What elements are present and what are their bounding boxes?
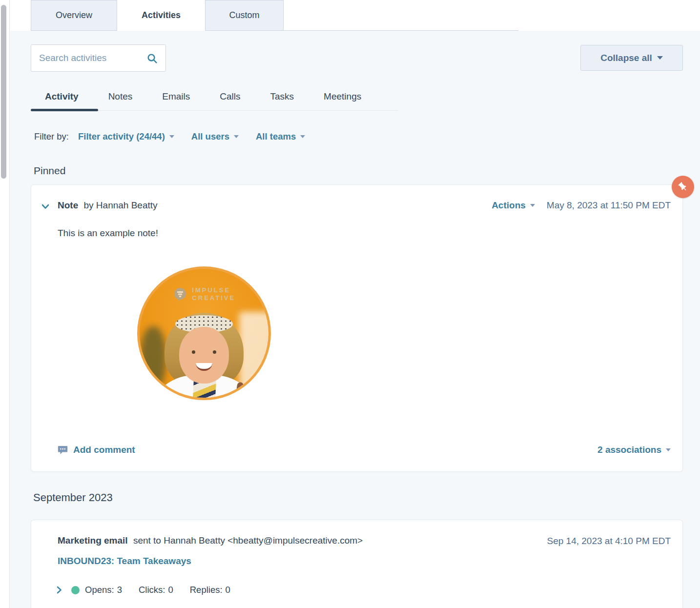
activity-filter-dropdown[interactable]: Filter activity (24/44) — [78, 131, 174, 142]
pinned-heading: Pinned — [34, 165, 65, 177]
collapse-note-chevron-icon[interactable] — [41, 204, 49, 209]
scrollbar-track[interactable] — [0, 0, 10, 608]
photo-person-face — [179, 327, 229, 384]
users-filter-label: All users — [191, 131, 229, 142]
expand-stats-chevron-icon[interactable] — [57, 586, 62, 594]
actions-dropdown[interactable]: Actions — [492, 200, 535, 211]
impulse-logo-icon — [173, 287, 187, 302]
tab-emails[interactable]: Emails — [162, 91, 190, 102]
email-timestamp: Sep 14, 2023 at 4:10 PM EDT — [547, 536, 671, 547]
note-title-row: Note by Hannah Beatty — [58, 200, 158, 211]
note-attachment-photo[interactable]: IMPULSE CREATIVE — [137, 266, 271, 400]
activity-filter-label: Filter activity (24/44) — [78, 131, 165, 142]
actions-label: Actions — [492, 200, 526, 211]
pushpin-icon — [675, 179, 690, 194]
filter-by-label: Filter by: — [34, 131, 69, 142]
tab-overview-label: Overview — [56, 10, 92, 20]
note-header-right: Actions May 8, 2023 at 11:50 PM EDT — [492, 200, 671, 211]
filter-bar: Filter by: Filter activity (24/44) All u… — [34, 131, 322, 142]
tab-meetings[interactable]: Meetings — [324, 91, 361, 102]
tab-overview[interactable]: Overview — [31, 0, 117, 31]
marketing-email-card: Marketing email sent to Hannah Beatty <h… — [31, 520, 683, 608]
active-tab-underline — [31, 109, 98, 111]
associations-dropdown[interactable]: 2 associations — [597, 445, 671, 455]
note-byline: by Hannah Beatty — [84, 200, 158, 210]
chevron-down-icon — [234, 135, 239, 138]
tab-custom-label: Custom — [229, 10, 259, 20]
add-comment-button[interactable]: Add comment — [58, 445, 135, 455]
teams-filter-label: All teams — [256, 131, 296, 142]
chevron-down-icon — [300, 135, 305, 138]
photo-shelf — [239, 312, 271, 395]
chevron-down-icon — [657, 56, 663, 60]
note-body: This is an example note! — [58, 228, 158, 239]
email-stats-row: Opens:3 Clicks:0 Replies:0 — [57, 585, 247, 595]
month-heading: September 2023 — [33, 491, 113, 504]
search-icon[interactable] — [146, 53, 158, 64]
activity-type-tabs: Activity Notes Emails Calls Tasks Meetin… — [31, 83, 398, 111]
users-filter-dropdown[interactable]: All users — [191, 131, 239, 142]
tab-activities[interactable]: Activities — [117, 0, 205, 31]
teams-filter-dropdown[interactable]: All teams — [256, 131, 305, 142]
stat-replies: Replies:0 — [190, 585, 230, 595]
tab-calls[interactable]: Calls — [220, 91, 240, 102]
pin-badge[interactable] — [672, 176, 694, 198]
delivered-status-dot — [71, 586, 80, 594]
stat-clicks: Clicks:0 — [139, 585, 173, 595]
tab-activity[interactable]: Activity — [45, 91, 79, 102]
add-comment-label: Add comment — [73, 445, 135, 455]
search-box[interactable] — [31, 44, 166, 72]
comment-icon — [58, 446, 68, 455]
tab-tasks[interactable]: Tasks — [270, 91, 294, 102]
chevron-down-icon — [666, 448, 671, 451]
note-timestamp: May 8, 2023 at 11:50 PM EDT — [547, 200, 671, 211]
email-subject-link[interactable]: INBOUND23: Team Takeaways — [58, 556, 191, 567]
tab-activities-label: Activities — [142, 10, 181, 20]
tab-notes[interactable]: Notes — [108, 91, 133, 102]
email-type-label: Marketing email — [58, 535, 128, 546]
note-type-label: Note — [58, 200, 78, 210]
pinned-note-card: Note by Hannah Beatty Actions May 8, 202… — [31, 184, 683, 472]
email-recipient: sent to Hannah Beatty <hbeatty@impulsecr… — [133, 535, 363, 546]
impulse-brand-text: IMPULSE CREATIVE — [192, 286, 235, 302]
collapse-all-button[interactable]: Collapse all — [580, 45, 683, 71]
chevron-down-icon — [530, 204, 535, 207]
search-input[interactable] — [39, 53, 143, 63]
email-title-row: Marketing email sent to Hannah Beatty <h… — [58, 535, 363, 546]
activity-feed-page: Overview Activities Custom Collapse all … — [0, 0, 700, 608]
chevron-down-icon — [169, 135, 174, 138]
associations-label: 2 associations — [597, 445, 661, 455]
stat-opens: Opens:3 — [85, 585, 122, 595]
impulse-creative-logo: IMPULSE CREATIVE — [140, 286, 268, 302]
scrollbar-thumb[interactable] — [1, 5, 6, 179]
tab-row-divider — [284, 30, 518, 31]
collapse-all-label: Collapse all — [600, 53, 652, 63]
photo-plant — [141, 326, 166, 390]
tab-custom[interactable]: Custom — [205, 0, 284, 31]
